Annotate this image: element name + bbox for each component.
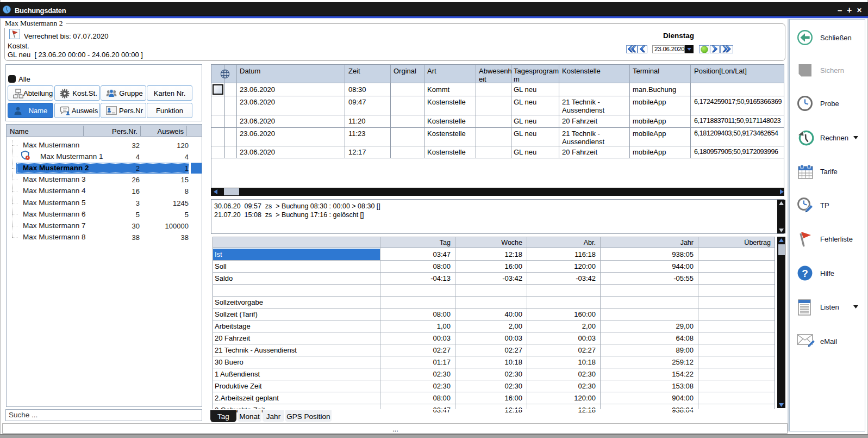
svg-text:?: ? xyxy=(802,268,808,279)
